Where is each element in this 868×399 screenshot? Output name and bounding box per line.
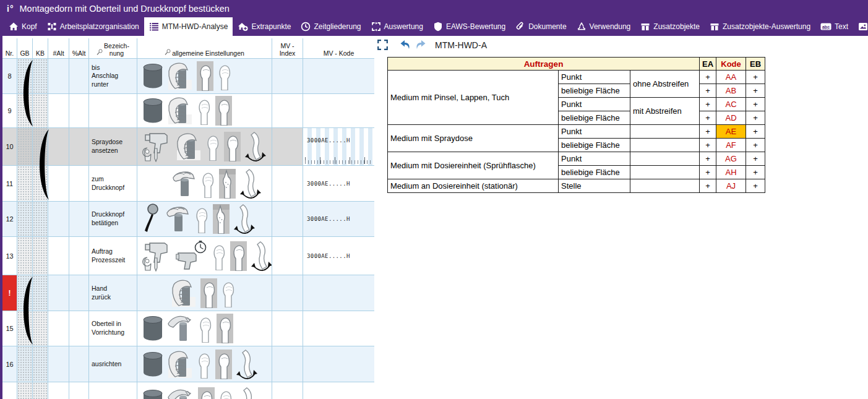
kb-cell <box>33 275 48 311</box>
tab-arbeitsplatzorganisation[interactable]: Arbeitsplatzorganisation <box>42 17 144 36</box>
hwd-target-cell: beliebige Fläche <box>559 111 630 125</box>
analysis-row-9[interactable]: 9 <box>2 94 374 128</box>
row-number: 15 <box>2 311 17 346</box>
finger-panel-icon <box>219 169 236 199</box>
tab-zusatzobjekte-auswertung[interactable]: Zusatzobjekte-Auswertung <box>705 17 815 36</box>
hwd-ea-cell[interactable]: + <box>700 71 716 84</box>
hand-inactive-icon <box>221 279 236 307</box>
hwd-code-cell-AA[interactable]: AA <box>716 71 746 84</box>
expand-selection-icon[interactable] <box>377 40 388 50</box>
hwd-wipe-cell: ohne Abstreifen <box>630 71 700 98</box>
kb-cell <box>33 202 48 236</box>
hwd-ea-cell[interactable]: + <box>700 152 716 166</box>
row-number: 10 <box>2 128 17 165</box>
undo-icon[interactable] <box>400 40 411 49</box>
redo-icon[interactable] <box>415 40 426 49</box>
tab-extrapunkte[interactable]: Extrapunkte <box>233 17 296 36</box>
turn-motion-icon <box>239 168 262 199</box>
press-hand-icon <box>165 204 191 234</box>
hwd-ea-cell[interactable]: + <box>700 111 716 125</box>
tab-auswertung[interactable]: Auswertung <box>366 17 428 36</box>
tab-verwendung[interactable]: Verwendung <box>572 17 636 36</box>
hwd-eb-cell[interactable]: + <box>746 98 765 111</box>
analysis-row-12[interactable]: 12Druckknopf betätigen3000AE.....H <box>2 202 374 237</box>
package-icon <box>710 22 720 32</box>
hwd-code-cell-AH[interactable]: AH <box>716 166 746 179</box>
hwd-target-cell: beliebige Fläche <box>559 166 630 179</box>
analysis-row-10[interactable]: 10Spraydose ansetzen3000AE.....H <box>2 128 374 166</box>
hand-active-panel-icon <box>224 132 241 161</box>
alt-percent-cell <box>69 382 89 399</box>
tab-label: MTM-HWD-Analyse <box>162 22 228 31</box>
gb-cell <box>17 382 33 399</box>
cylinder-icon <box>142 350 163 379</box>
mv-index-cell <box>272 382 303 399</box>
tab-eaws-bewertung[interactable]: EAWS-Bewertung <box>428 17 510 36</box>
hand-inactive-icon <box>198 314 213 343</box>
analysis-row-17[interactable]: 17Oberteil in <box>2 382 374 399</box>
hwd-eb-cell[interactable]: + <box>746 166 765 179</box>
hwd-code-cell-AB[interactable]: AB <box>716 84 746 98</box>
hwd-eb-cell[interactable]: + <box>746 139 765 152</box>
tab-label: Kopf <box>22 22 37 31</box>
tab-bild[interactable]: Bild <box>853 17 868 36</box>
hwd-eb-cell[interactable]: + <box>746 179 765 193</box>
hwd-eb-cell[interactable]: + <box>746 111 765 125</box>
hwd-ea-cell[interactable]: + <box>700 166 716 179</box>
alt-percent-cell <box>69 59 89 93</box>
hwd-code-cell-AG[interactable]: AG <box>716 152 746 166</box>
kb-cell <box>33 59 48 93</box>
kb-cell <box>33 166 48 201</box>
tab-kopf[interactable]: Kopf <box>4 17 42 36</box>
hwd-code-cell-AJ[interactable]: AJ <box>716 179 746 193</box>
hwd-ea-cell[interactable]: + <box>700 84 716 98</box>
alt-percent-cell <box>69 128 89 165</box>
mv-kode-cell <box>303 275 374 311</box>
hwd-code-cell-AC[interactable]: AC <box>716 98 746 111</box>
alt-percent-cell <box>69 311 89 346</box>
turn-motion-icon <box>233 204 256 234</box>
tab-zusatzobjekte[interactable]: Zusatzobjekte <box>635 17 705 36</box>
col-header-gb: GB <box>17 38 33 58</box>
tab-text[interactable]: abcText <box>815 17 853 36</box>
analysis-row-8[interactable]: 8bis Anschlag runter <box>2 59 374 94</box>
hwd-group-cell: Medium mit Spraydose <box>388 125 559 152</box>
row-label: Oberteil in <box>89 382 137 399</box>
hwd-eb-cell[interactable]: + <box>746 125 765 139</box>
settings-icons-cell <box>137 275 272 311</box>
hwd-ea-cell[interactable]: + <box>700 179 716 193</box>
hand-inactive-icon <box>205 132 220 161</box>
mv-index-cell <box>272 166 303 201</box>
mv-kode-cell <box>303 311 374 346</box>
kb-cell <box>33 382 48 399</box>
analysis-row-13[interactable]: 13Auftrag Prozesszeit3000AE.....H <box>2 237 374 275</box>
tab-zeitgliederung[interactable]: Zeitgliederung <box>296 17 366 36</box>
analysis-row-15[interactable]: 15Oberteil in Vorrichtung <box>2 311 374 346</box>
hwd-code-cell-AD[interactable]: AD <box>716 111 746 125</box>
hwd-eb-cell[interactable]: + <box>746 71 765 84</box>
tab-dokumente[interactable]: Dokumente <box>510 17 571 36</box>
hwd-code-cell-AE[interactable]: AE <box>716 125 746 139</box>
tab-mtm-hwd-analyse[interactable]: MTM-HWD-Analyse <box>144 17 233 36</box>
hwd-ea-cell[interactable]: + <box>700 139 716 152</box>
analysis-row-16[interactable]: 16ausrichten <box>2 346 374 382</box>
recycle-icon <box>577 22 587 32</box>
hwd-code-cell-AF[interactable]: AF <box>716 139 746 152</box>
reach-hand-icon <box>167 387 194 399</box>
hwd-toolbar: MTM-HWD-A <box>377 40 487 50</box>
hand-active-panel-icon <box>200 278 217 308</box>
analysis-row-11[interactable]: 11zum Druckknopf3000AE.....H <box>2 166 374 202</box>
tab-label: EAWS-Bewertung <box>446 22 505 31</box>
turn-motion-icon <box>236 349 258 380</box>
hwd-eb-cell[interactable]: + <box>746 152 765 166</box>
mv-kode-cell: 3000AE.....H <box>303 128 374 165</box>
hwd-panel-title: MTM-HWD-A <box>435 40 487 50</box>
title-bar: i° Montagedorn mit Oberteil und Druckkno… <box>0 0 868 17</box>
row-alert-cell: ! <box>2 275 17 311</box>
hwd-eb-cell[interactable]: + <box>746 84 765 98</box>
analysis-row-14[interactable]: !Hand zurück <box>2 275 374 311</box>
hand-inactive-icon <box>197 97 212 125</box>
hwd-target-cell: beliebige Fläche <box>559 139 630 152</box>
hwd-ea-cell[interactable]: + <box>700 98 716 111</box>
hwd-ea-cell[interactable]: + <box>700 125 716 139</box>
